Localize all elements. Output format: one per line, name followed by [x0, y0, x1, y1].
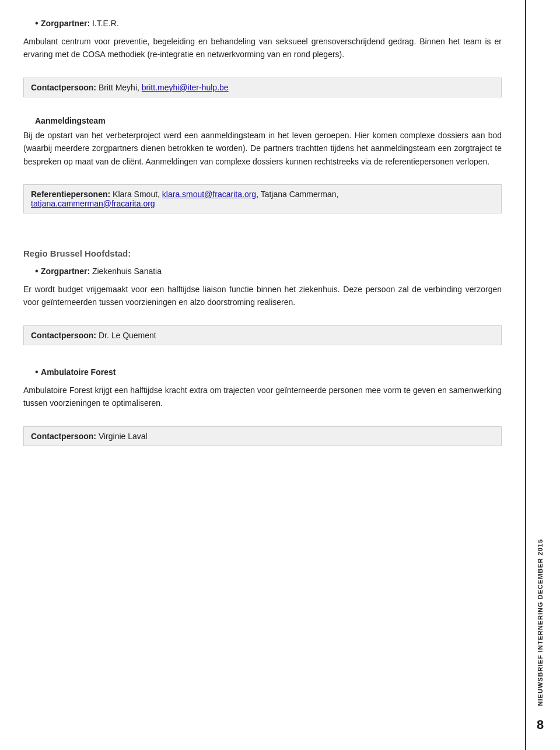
- contactpersoon-brussel-label: Contactpersoon:: [31, 331, 96, 340]
- ambulatoire-forest-label: Ambulatoire Forest: [41, 367, 116, 377]
- referentiepersonen-label: Referentiepersonen:: [31, 190, 110, 199]
- contactpersoon-iter-email[interactable]: britt.meyhi@iter-hulp.be: [142, 83, 229, 92]
- aanmeldingsteam-paragraph: Bij de opstart van het verbeterproject w…: [23, 129, 502, 168]
- contactpersoon-forest-label: Contactpersoon:: [31, 432, 96, 441]
- ziekenhuis-sanatia-label: Zorgpartner:: [41, 267, 92, 276]
- regio-brussel-heading: Regio Brussel Hoofdstad:: [23, 248, 502, 258]
- ziekenhuis-sanatia-bullet: Zorgpartner: Ziekenhuis Sanatia: [35, 264, 502, 278]
- contactpersoon-brussel-box: Contactpersoon: Dr. Le Quement: [23, 325, 502, 345]
- aanmeldingsteam-heading: Aanmeldingsteam: [35, 116, 502, 125]
- ambulatoire-forest-paragraph: Ambulatoire Forest krijgt een halftijdse…: [23, 384, 502, 410]
- referentiepersonen-text: Klara Smout,: [110, 190, 162, 199]
- contactpersoon-iter-box: Contactpersoon: Britt Meyhi, britt.meyhi…: [23, 78, 502, 97]
- main-content: Zorgpartner: I.T.E.R. Ambulant centrum v…: [0, 0, 525, 750]
- contactpersoon-brussel-text: Dr. Le Quement: [96, 331, 156, 340]
- intro-paragraph: Ambulant centrum voor preventie, begelei…: [23, 35, 502, 61]
- ambulatoire-forest-bullet: Ambulatoire Forest: [35, 365, 502, 379]
- sidebar-text: NIEUWSBRIEF INTERNERING DECEMBER 2015: [537, 539, 544, 706]
- referentiepersonen-email2[interactable]: tatjana.cammerman@fracarita.org: [31, 199, 155, 208]
- zorgpartner-iter-bullet: Zorgpartner: I.T.E.R.: [35, 16, 502, 30]
- page-number: 8: [537, 717, 544, 733]
- zorgpartner-iter-value: I.T.E.R.: [92, 19, 119, 28]
- referentiepersonen-email1[interactable]: klara.smout@fracarita.org: [162, 190, 256, 199]
- contactpersoon-iter-text: Britt Meyhi,: [96, 83, 142, 92]
- contactpersoon-forest-box: Contactpersoon: Virginie Laval: [23, 426, 502, 446]
- contactpersoon-forest-text: Virginie Laval: [96, 432, 148, 441]
- referentiepersonen-middle: , Tatjana Cammerman,: [256, 190, 338, 199]
- right-sidebar: NIEUWSBRIEF INTERNERING DECEMBER 2015 8: [525, 0, 554, 750]
- contactpersoon-iter-label: Contactpersoon:: [31, 83, 96, 92]
- zorgpartner-iter-label: Zorgpartner:: [41, 19, 92, 28]
- ziekenhuis-sanatia-value: Ziekenhuis Sanatia: [92, 267, 162, 276]
- ziekenhuis-paragraph: Er wordt budget vrijgemaakt voor een hal…: [23, 283, 502, 309]
- referentiepersonen-box: Referentiepersonen: Klara Smout, klara.s…: [23, 184, 502, 213]
